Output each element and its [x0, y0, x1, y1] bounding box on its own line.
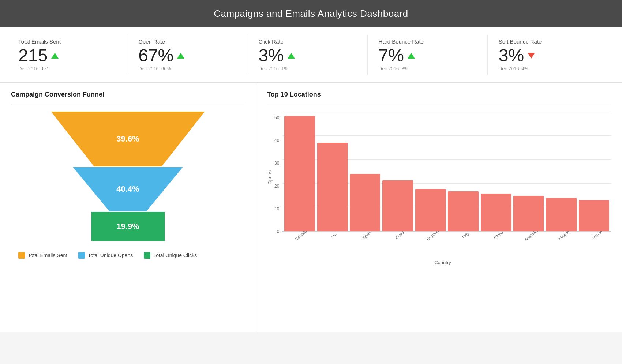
bar-1: [317, 143, 348, 231]
legend-box-2: [144, 252, 150, 259]
bar-group-1: [317, 112, 348, 231]
y-axis-title: Opens: [267, 170, 273, 184]
bar-5: [448, 191, 478, 231]
metric-value-2: 3%: [258, 47, 284, 64]
metric-value-row-3: 7%: [379, 47, 476, 64]
metric-value-0: 215: [18, 47, 48, 64]
metric-label-0: Total Emails Sent: [18, 38, 116, 45]
metric-label-3: Hard Bounce Rate: [379, 38, 476, 45]
dashboard-title: Campaigns and Emails Analytics Dashboard: [214, 8, 408, 19]
metric-item-2: Click Rate 3% Dec 2016: 1%: [247, 35, 367, 75]
metric-label-4: Soft Bounce Rate: [499, 38, 596, 45]
legend-item-1: Total Unique Opens: [78, 252, 133, 259]
metric-value-row-1: 67%: [138, 47, 236, 64]
metric-trend-3: [408, 53, 415, 59]
bar-group-7: [513, 112, 544, 231]
y-label-1: 40: [274, 138, 279, 143]
y-label-5: 0: [277, 229, 280, 234]
legend-item-0: Total Emails Sent: [18, 252, 67, 259]
funnel-segment-top: 39.6%: [51, 112, 205, 166]
metric-value-4: 3%: [499, 47, 524, 64]
metric-trend-1: [177, 53, 184, 59]
y-label-4: 10: [274, 206, 279, 211]
legend-box-1: [78, 252, 85, 259]
metric-trend-0: [51, 53, 59, 59]
metric-prev-0: Dec 2016: 171: [18, 66, 116, 71]
bar-group-5: [448, 112, 478, 231]
legend-label-0: Total Emails Sent: [28, 252, 67, 258]
metric-label-1: Open Rate: [138, 38, 236, 45]
bar-group-6: [481, 112, 511, 231]
legend-box-0: [18, 252, 25, 259]
main-content: Campaign Conversion Funnel 39.6% 40.4% 1…: [0, 83, 622, 332]
bar-group-4: [415, 112, 446, 231]
funnel-label-top: 39.6%: [116, 134, 139, 144]
bar-group-0: [284, 112, 315, 231]
metric-value-1: 67%: [138, 47, 173, 64]
metric-prev-2: Dec 2016: 1%: [258, 66, 356, 71]
bar-3: [382, 180, 413, 231]
metric-prev-4: Dec 2016: 4%: [499, 66, 596, 71]
bar-4: [415, 189, 446, 231]
metric-item-4: Soft Bounce Rate 3% Dec 2016: 4%: [488, 35, 607, 75]
y-label-0: 50: [274, 115, 279, 120]
funnel-label-mid: 40.4%: [116, 184, 139, 194]
legend-item-2: Total Unique Clicks: [144, 252, 197, 259]
metric-prev-3: Dec 2016: 3%: [379, 66, 476, 71]
funnel-chart: 39.6% 40.4% 19.9%: [11, 112, 245, 241]
funnel-label-bot: 19.9%: [116, 222, 139, 231]
funnel-title: Campaign Conversion Funnel: [11, 91, 245, 98]
bar-group-8: [546, 112, 576, 231]
bar-group-9: [579, 112, 609, 231]
bar-group-3: [382, 112, 413, 231]
metric-item-1: Open Rate 67% Dec 2016: 66%: [127, 35, 247, 75]
y-label-3: 20: [274, 184, 279, 189]
bar-6: [481, 194, 511, 231]
funnel-segment-bot: 19.9%: [91, 212, 165, 241]
bar-group-2: [350, 112, 380, 231]
locations-title: Top 10 Locations: [267, 91, 611, 98]
y-label-2: 30: [274, 161, 279, 166]
metric-prev-1: Dec 2016: 66%: [138, 66, 236, 71]
metrics-row: Total Emails Sent 215 Dec 2016: 171 Open…: [0, 27, 622, 83]
metric-value-row-2: 3%: [258, 47, 356, 64]
chart-body: CanadaUSSpainBrazilEnglandItalyChinaAust…: [282, 112, 611, 256]
bar-0: [284, 116, 315, 231]
chart-plot: [282, 112, 611, 232]
metric-value-3: 7%: [379, 47, 404, 64]
metric-value-row-4: 3%: [499, 47, 596, 64]
metric-label-2: Click Rate: [258, 38, 356, 45]
funnel-panel: Campaign Conversion Funnel 39.6% 40.4% 1…: [0, 83, 256, 332]
dashboard-header: Campaigns and Emails Analytics Dashboard: [0, 0, 622, 27]
funnel-legend: Total Emails Sent Total Unique Opens Tot…: [11, 252, 245, 259]
bar-2: [350, 174, 380, 231]
metric-item-0: Total Emails Sent 215 Dec 2016: 171: [15, 35, 127, 75]
locations-panel: Top 10 Locations Opens 50403020100: [256, 83, 622, 332]
x-axis-title: Country: [274, 260, 611, 265]
bar-8: [546, 198, 576, 231]
legend-label-2: Total Unique Clicks: [153, 252, 197, 258]
bar-9: [579, 200, 609, 231]
metric-item-3: Hard Bounce Rate 7% Dec 2016: 3%: [368, 35, 488, 75]
metric-value-row-0: 215: [18, 47, 116, 64]
bar-7: [513, 196, 544, 231]
x-labels: CanadaUSSpainBrazilEnglandItalyChinaAust…: [282, 232, 611, 256]
legend-label-1: Total Unique Opens: [88, 252, 133, 258]
y-axis: 50403020100: [274, 112, 282, 256]
funnel-segment-mid: 40.4%: [73, 167, 183, 211]
metric-trend-4: [528, 53, 535, 59]
metric-trend-2: [288, 53, 295, 59]
